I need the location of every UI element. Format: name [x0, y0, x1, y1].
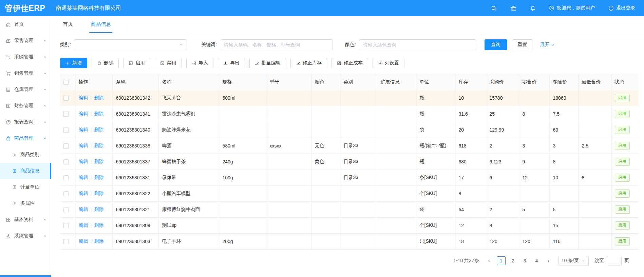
- category-select[interactable]: [74, 39, 187, 50]
- cell-spec: [219, 218, 266, 234]
- toolbar-button-7[interactable]: 修正库存: [290, 58, 327, 68]
- delete-link[interactable]: 删除: [94, 175, 103, 180]
- reset-button[interactable]: 重置: [513, 39, 532, 50]
- edit-link[interactable]: 编辑: [79, 127, 88, 132]
- page-button-2[interactable]: 2: [509, 256, 517, 265]
- sidebar-item-4[interactable]: 仓库管理: [0, 81, 51, 98]
- delete-link[interactable]: 删除: [94, 222, 103, 228]
- toolbar-button-9[interactable]: 列设置: [373, 58, 404, 68]
- sidebar-item-0[interactable]: 首页: [0, 16, 51, 33]
- search-button[interactable]: 查询: [485, 39, 507, 50]
- status-badge[interactable]: 启用: [615, 237, 630, 245]
- sidebar-item-11[interactable]: 多属性: [0, 195, 51, 212]
- edit-link[interactable]: 编辑: [79, 222, 88, 228]
- edit-link[interactable]: 编辑: [79, 191, 88, 196]
- table-row: 编辑|删除6901236301331录像带100g目录33条[SKU]17612…: [60, 170, 639, 186]
- logout-button[interactable]: 退出登录: [608, 5, 635, 11]
- sidebar-item-13[interactable]: 系统管理: [0, 228, 51, 244]
- page-button-4[interactable]: 4: [532, 256, 541, 265]
- edit-link[interactable]: 编辑: [79, 159, 88, 164]
- status-badge[interactable]: 启用: [615, 110, 630, 118]
- tab-product-info[interactable]: 商品信息: [89, 16, 112, 33]
- status-badge[interactable]: 启用: [615, 190, 630, 198]
- logout-icon: [608, 5, 614, 11]
- cell-spec: 240g: [219, 154, 266, 170]
- welcome-user[interactable]: 欢迎您，测试用户: [549, 5, 595, 11]
- status-badge[interactable]: 启用: [615, 142, 630, 150]
- toolbar-button-5[interactable]: 导出: [218, 58, 245, 68]
- edit-link[interactable]: 编辑: [79, 143, 88, 148]
- edit-link[interactable]: 编辑: [79, 95, 88, 100]
- sidebar-item-10[interactable]: 计量单位: [0, 179, 51, 195]
- row-checkbox[interactable]: [63, 191, 69, 196]
- next-page-button[interactable]: [544, 256, 553, 265]
- sidebar-item-9[interactable]: 商品信息: [0, 163, 51, 179]
- cell-min: [578, 122, 611, 138]
- sidebar-item-5[interactable]: 财务管理: [0, 98, 51, 114]
- expand-link[interactable]: 展开: [540, 42, 555, 48]
- sidebar-item-12[interactable]: 基本资料: [0, 212, 51, 228]
- status-badge[interactable]: 启用: [615, 174, 630, 182]
- row-checkbox[interactable]: [63, 175, 69, 180]
- row-checkbox[interactable]: [63, 239, 69, 244]
- edit-link[interactable]: 编辑: [79, 206, 88, 212]
- sidebar-item-2[interactable]: 采购管理: [0, 49, 51, 65]
- sidebar-item-6[interactable]: 报表查询: [0, 114, 51, 130]
- list-icon: [12, 169, 17, 173]
- row-actions-cell: 编辑|删除: [75, 106, 112, 122]
- edit-link[interactable]: 编辑: [79, 111, 88, 116]
- sidebar-item-3[interactable]: 销售管理: [0, 65, 51, 81]
- delete-link[interactable]: 删除: [94, 159, 103, 164]
- sidebar-item-7[interactable]: 商品管理: [0, 130, 51, 146]
- delete-link[interactable]: 删除: [94, 238, 103, 244]
- delete-link[interactable]: 删除: [94, 127, 103, 132]
- delete-link[interactable]: 删除: [94, 191, 103, 196]
- status-badge[interactable]: 启用: [615, 94, 630, 102]
- page-size-select[interactable]: 10 条/页: [558, 256, 589, 265]
- page-button-3[interactable]: 3: [520, 256, 529, 265]
- status-badge[interactable]: 启用: [615, 126, 630, 134]
- chevron-down-icon: [43, 120, 47, 124]
- row-checkbox[interactable]: [63, 96, 69, 101]
- row-checkbox[interactable]: [63, 223, 69, 228]
- bank-icon[interactable]: [510, 5, 516, 11]
- row-checkbox[interactable]: [63, 159, 69, 164]
- sidebar-item-1[interactable]: 零售管理: [0, 33, 51, 49]
- table-row: 编辑|删除6901236301303电子手环200g只[SKU]18120120…: [60, 234, 639, 250]
- delete-link[interactable]: 删除: [94, 206, 103, 212]
- sidebar-nav: 首页零售管理采购管理销售管理仓库管理财务管理报表查询商品管理商品类别商品信息计量…: [0, 16, 51, 277]
- toolbar-button-8[interactable]: 修正成本: [332, 58, 368, 68]
- status-badge[interactable]: 启用: [615, 221, 630, 230]
- status-badge[interactable]: 启用: [615, 205, 630, 214]
- toolbar-button-4[interactable]: 导入: [186, 58, 213, 68]
- search-icon[interactable]: [491, 5, 497, 11]
- delete-link[interactable]: 删除: [94, 143, 103, 148]
- delete-link[interactable]: 删除: [94, 95, 103, 100]
- row-checkbox[interactable]: [63, 143, 69, 149]
- row-checkbox[interactable]: [63, 127, 69, 133]
- edit-link[interactable]: 编辑: [79, 238, 88, 244]
- page-button-1[interactable]: 1: [497, 256, 506, 265]
- toolbar-button-0[interactable]: 新增: [60, 58, 87, 68]
- sidebar-item-8[interactable]: 商品类别: [0, 146, 51, 163]
- cell-name: 录像带: [158, 170, 219, 186]
- page-size-value: 10 条/页: [562, 258, 579, 264]
- keyword-input[interactable]: [220, 39, 333, 50]
- edit-link[interactable]: 编辑: [79, 175, 88, 180]
- row-checkbox[interactable]: [63, 207, 69, 212]
- toolbar-button-2[interactable]: 启用: [123, 58, 150, 68]
- select-all-checkbox[interactable]: [63, 80, 69, 85]
- status-badge[interactable]: 启用: [615, 158, 630, 166]
- prev-page-button[interactable]: [485, 256, 494, 265]
- color-input[interactable]: [359, 39, 476, 50]
- notification-bell-icon[interactable]: [530, 5, 535, 11]
- toolbar-button-1[interactable]: 删除: [92, 58, 119, 68]
- edit-pencil-icon: [255, 61, 259, 65]
- tab-home[interactable]: 首页: [61, 16, 74, 33]
- jump-page-input[interactable]: [607, 256, 622, 265]
- row-checkbox[interactable]: [63, 112, 69, 117]
- toolbar-button-6[interactable]: 批量编辑: [249, 58, 286, 68]
- toolbar-button-3[interactable]: 禁用: [155, 58, 182, 68]
- cell-retail: [519, 122, 549, 138]
- delete-link[interactable]: 删除: [94, 111, 103, 116]
